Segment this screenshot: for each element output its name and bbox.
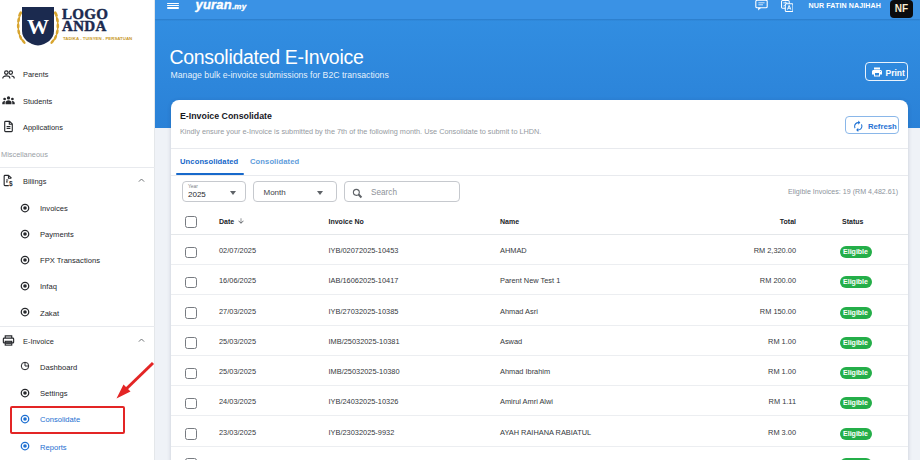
svg-text:$: $ bbox=[9, 179, 13, 186]
svg-text:W: W bbox=[27, 14, 49, 39]
